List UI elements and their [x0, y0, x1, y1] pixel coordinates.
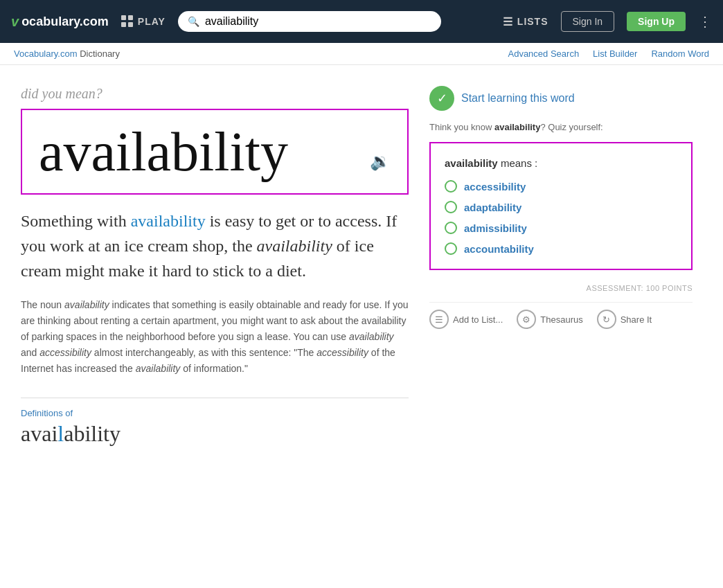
did-you-mean: did you mean?: [21, 86, 409, 102]
quiz-option-text-1: adaptability: [464, 202, 521, 213]
assessment-text: ASSESSMENT: 100 POINTS: [429, 284, 693, 292]
quiz-option-1[interactable]: adaptability: [445, 201, 677, 213]
main-content: did you mean? availability 🔉 Something w…: [0, 65, 723, 461]
quiz-radio-1: [445, 201, 457, 213]
quiz-radio-2: [445, 222, 457, 234]
quiz-option-text-0: accessibility: [464, 181, 526, 193]
search-bar: 🔍: [178, 11, 441, 32]
thesaurus-item[interactable]: ⚙ Thesaurus: [517, 310, 582, 329]
green-check-icon: ✓: [429, 86, 454, 111]
right-column: ✓ Start learning this word Think you kno…: [429, 86, 693, 447]
desc-highlight: availability: [131, 212, 206, 230]
quiz-radio-3: [445, 242, 457, 255]
word-long-desc: The noun availability indicates that som…: [21, 297, 409, 377]
signup-button[interactable]: Sign Up: [627, 12, 686, 31]
breadcrumb-current: Dictionary: [80, 48, 120, 59]
main-word: availability: [39, 124, 288, 179]
add-to-list-item[interactable]: ☰ Add to List...: [429, 310, 503, 329]
start-learning-text: Start learning this word: [461, 92, 575, 105]
nav-right: ☰ LISTS Sign In Sign Up ⋮: [503, 11, 712, 32]
thesaurus-icon: ⚙: [517, 310, 536, 329]
play-icon: [121, 15, 134, 28]
definitions-section: Definitions of availability: [21, 398, 409, 447]
quiz-option-text-2: admissibility: [464, 222, 527, 234]
subheader: Vocabulary.com Dictionary Advanced Searc…: [0, 43, 723, 65]
quiz-prompt-post: ? Quiz yourself:: [540, 122, 602, 132]
list-icon: ☰: [429, 310, 449, 329]
def-word-avail: availability: [21, 421, 120, 446]
quiz-options: accessibility adaptability admissibility…: [445, 180, 677, 255]
hamburger-icon[interactable]: ⋮: [698, 13, 712, 30]
logo-text: ocabulary.com: [21, 15, 109, 29]
lists-label: LISTS: [517, 16, 548, 27]
desc-italic: availability: [257, 237, 332, 255]
quiz-option-3[interactable]: accountability: [445, 242, 677, 255]
logo-check: v: [11, 14, 19, 30]
quiz-prompt-pre: Think you know: [429, 122, 494, 132]
desc-plain: Something with: [21, 212, 131, 230]
start-learning[interactable]: ✓ Start learning this word: [429, 86, 693, 111]
definitions-label: Definitions of: [21, 408, 409, 418]
left-column: did you mean? availability 🔉 Something w…: [21, 86, 409, 447]
quiz-box: availability means : accessibility adapt…: [429, 142, 693, 270]
thesaurus-label: Thesaurus: [540, 314, 582, 325]
add-to-list-label: Add to List...: [453, 314, 503, 325]
bottom-toolbar: ☰ Add to List... ⚙ Thesaurus ↻ Share It: [429, 302, 693, 336]
random-word-link[interactable]: Random Word: [651, 48, 709, 59]
sound-icon[interactable]: 🔉: [370, 152, 391, 171]
word-box: availability 🔉: [21, 109, 409, 195]
share-icon: ↻: [597, 310, 616, 329]
quiz-prompt: Think you know availability? Quiz yourse…: [429, 122, 693, 132]
search-icon: 🔍: [188, 16, 199, 28]
advanced-search-link[interactable]: Advanced Search: [508, 48, 579, 59]
lists-nav[interactable]: ☰ LISTS: [503, 15, 548, 28]
search-input[interactable]: [205, 15, 431, 28]
quiz-radio-0: [445, 180, 457, 193]
breadcrumb-vocab-link[interactable]: Vocabulary.com: [14, 48, 78, 59]
lists-icon: ☰: [503, 15, 513, 28]
quiz-option-text-3: accountability: [464, 243, 534, 255]
quiz-box-header: availability means :: [445, 157, 677, 169]
logo[interactable]: v ocabulary.com: [11, 14, 109, 30]
share-label: Share It: [621, 314, 652, 325]
quiz-header-suffix: means :: [498, 157, 538, 169]
definitions-word: availability: [21, 421, 409, 447]
quiz-option-2[interactable]: admissibility: [445, 222, 677, 234]
quiz-option-0[interactable]: accessibility: [445, 180, 677, 193]
quiz-prompt-word: availability: [494, 122, 540, 132]
signin-button[interactable]: Sign In: [561, 11, 615, 32]
header: v ocabulary.com PLAY 🔍 ☰ LISTS Sign In S…: [0, 0, 723, 43]
subheader-links: Advanced Search List Builder Random Word: [508, 48, 709, 59]
quiz-word: availability: [445, 157, 498, 169]
share-item[interactable]: ↻ Share It: [597, 310, 652, 329]
play-label: PLAY: [138, 16, 166, 27]
word-description: Something with availability is easy to g…: [21, 208, 409, 283]
breadcrumb: Vocabulary.com Dictionary: [14, 48, 120, 59]
play-nav[interactable]: PLAY: [121, 15, 166, 28]
list-builder-link[interactable]: List Builder: [593, 48, 637, 59]
